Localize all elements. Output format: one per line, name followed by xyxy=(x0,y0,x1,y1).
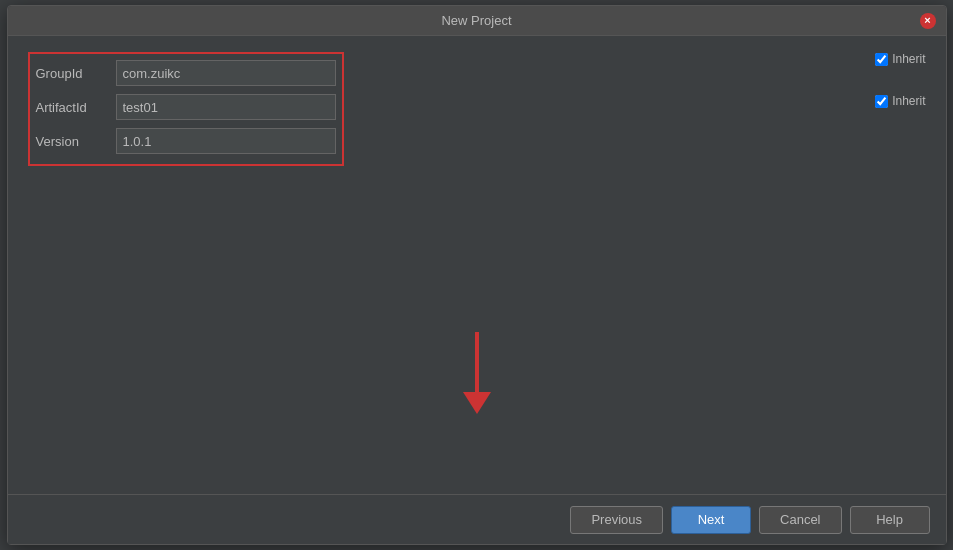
artifact-id-label: ArtifactId xyxy=(36,100,116,115)
arrow-head xyxy=(463,392,491,414)
artifact-id-row: ArtifactId xyxy=(36,94,336,120)
version-inherit-checkbox[interactable] xyxy=(875,95,888,108)
help-button[interactable]: Help xyxy=(850,506,930,534)
group-id-row: GroupId xyxy=(36,60,336,86)
arrow-line xyxy=(475,332,479,392)
dialog-content: GroupId ArtifactId Version Inh xyxy=(8,36,946,494)
group-id-inherit-checkbox[interactable] xyxy=(875,53,888,66)
title-bar: New Project × xyxy=(8,6,946,36)
new-project-dialog: New Project × GroupId ArtifactId xyxy=(7,5,947,545)
previous-button[interactable]: Previous xyxy=(570,506,663,534)
cancel-button[interactable]: Cancel xyxy=(759,506,841,534)
version-row: Version xyxy=(36,128,336,154)
group-id-inherit: Inherit xyxy=(875,52,925,66)
next-button[interactable]: Next xyxy=(671,506,751,534)
close-button[interactable]: × xyxy=(920,13,936,29)
group-id-label: GroupId xyxy=(36,66,116,81)
version-label: Version xyxy=(36,134,116,149)
version-input[interactable] xyxy=(116,128,336,154)
version-inherit: Inherit xyxy=(875,94,925,108)
group-id-input[interactable] xyxy=(116,60,336,86)
arrow-indicator xyxy=(463,332,491,414)
artifact-id-input[interactable] xyxy=(116,94,336,120)
button-bar: Previous Next Cancel Help xyxy=(8,494,946,544)
dialog-title: New Project xyxy=(34,13,920,28)
